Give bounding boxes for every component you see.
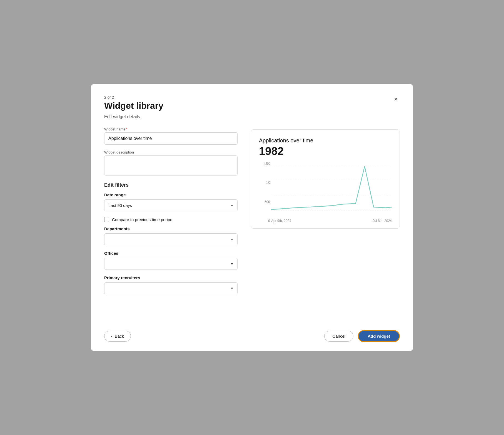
date-range-select[interactable]: Last 30 days Last 90 days Last 6 months … — [104, 199, 238, 211]
widget-description-input[interactable] — [104, 155, 238, 176]
chart-card: Applications over time 1982 1.5K 1K 500 … — [251, 129, 400, 229]
y-label-0: 0 — [268, 219, 270, 223]
footer-right: Cancel Add widget — [324, 330, 400, 342]
compare-checkbox[interactable] — [104, 217, 109, 222]
modal-subtitle: Edit widget details. — [104, 114, 400, 119]
back-button[interactable]: ‹ Back — [104, 331, 131, 342]
offices-label: Offices — [104, 251, 238, 256]
primary-recruiters-select-wrapper: ▼ — [104, 282, 238, 294]
compare-label[interactable]: Compare to previous time period — [112, 217, 173, 222]
offices-select[interactable] — [104, 258, 238, 270]
widget-description-label: Widget description — [104, 150, 238, 154]
y-label-1.5k: 1.5K — [263, 162, 270, 166]
departments-group: Departments ▼ — [104, 226, 238, 245]
y-label-1k: 1K — [266, 181, 270, 185]
close-button[interactable]: × — [392, 95, 400, 103]
chart-title: Applications over time — [259, 137, 392, 144]
widget-description-group: Widget description — [104, 150, 238, 177]
primary-recruiters-select[interactable] — [104, 282, 238, 294]
compare-checkbox-row: Compare to previous time period — [104, 217, 238, 222]
date-range-label: Date range — [104, 192, 238, 197]
edit-filters-heading: Edit filters — [104, 182, 238, 188]
widget-name-label: Widget name* — [104, 127, 238, 131]
form-section: Widget name* Widget description Edit fil… — [104, 127, 238, 317]
add-widget-button[interactable]: Add widget — [358, 330, 400, 342]
date-range-group: Date range Last 30 days Last 90 days Las… — [104, 192, 238, 211]
x-label-start: Apr 9th, 2024 — [271, 219, 291, 223]
date-range-select-wrapper: Last 30 days Last 90 days Last 6 months … — [104, 199, 238, 211]
modal-title: Widget library — [104, 101, 163, 111]
departments-select[interactable] — [104, 233, 238, 245]
modal-body: Widget name* Widget description Edit fil… — [104, 127, 400, 317]
departments-label: Departments — [104, 226, 238, 231]
cancel-button[interactable]: Cancel — [324, 331, 353, 342]
modal-footer: ‹ Back Cancel Add widget — [104, 326, 400, 342]
preview-section: Applications over time 1982 1.5K 1K 500 … — [251, 127, 400, 317]
modal-header-left: 2 of 2 Widget library — [104, 95, 163, 112]
chart-inner: 1.5K 1K 500 0 — [271, 162, 392, 223]
modal-step: 2 of 2 — [104, 95, 163, 100]
x-label-end: Jul 8th, 2024 — [373, 219, 392, 223]
widget-name-input[interactable] — [104, 132, 238, 145]
y-axis-labels: 1.5K 1K 500 0 — [259, 162, 270, 223]
primary-recruiters-group: Primary recruiters ▼ — [104, 275, 238, 294]
offices-select-wrapper: ▼ — [104, 258, 238, 270]
chart-svg — [271, 162, 392, 216]
modal-container: 2 of 2 Widget library × Edit widget deta… — [91, 84, 413, 351]
modal-header: 2 of 2 Widget library × — [104, 95, 400, 112]
departments-select-wrapper: ▼ — [104, 233, 238, 245]
y-label-500: 500 — [265, 200, 270, 204]
required-star: * — [126, 127, 128, 131]
primary-recruiters-label: Primary recruiters — [104, 275, 238, 280]
x-axis-labels: Apr 9th, 2024 Jul 8th, 2024 — [271, 219, 392, 223]
chart-value: 1982 — [259, 145, 392, 157]
widget-name-group: Widget name* — [104, 127, 238, 145]
back-chevron-icon: ‹ — [111, 334, 113, 338]
offices-group: Offices ▼ — [104, 251, 238, 270]
modal-overlay: 2 of 2 Widget library × Edit widget deta… — [0, 0, 504, 435]
